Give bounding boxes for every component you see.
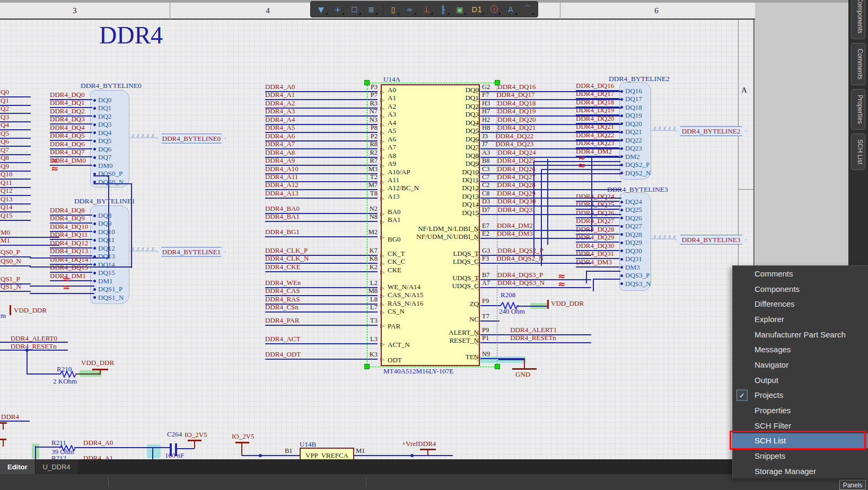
text-icon[interactable]: A — [506, 4, 516, 15]
selection-icon[interactable]: ☐ — [349, 4, 360, 15]
harness-connector[interactable]: DDR4_BYTELINE3 — [676, 235, 747, 245]
menu-item[interactable]: ✓ Components — [733, 281, 868, 297]
wire[interactable] — [518, 306, 547, 307]
net-label[interactable]: DDR4_RESETn — [11, 342, 57, 351]
power-port-stem[interactable] — [3, 440, 4, 447]
component-value[interactable]: 240 Ohm — [499, 307, 525, 316]
panel-tab[interactable]: Components — [851, 0, 865, 39]
gnd-stem[interactable] — [524, 359, 525, 368]
net-label[interactable]: Q15 — [0, 213, 31, 221]
sheet-symbol-icon[interactable]: ▣ — [455, 4, 465, 15]
wire[interactable] — [27, 350, 28, 375]
no-erc-icon[interactable]: ⓘ — [489, 4, 499, 15]
wire[interactable] — [74, 447, 171, 448]
crosshair-icon[interactable]: + — [333, 4, 343, 15]
align-icon[interactable]: ≣ — [366, 4, 376, 15]
BA1[interactable]: DDR4_BA1N8▷ — [265, 214, 378, 222]
panel-tab[interactable]: SCH List — [851, 133, 865, 170]
menu-item[interactable]: ✓ Differences — [733, 296, 868, 311]
filter-icon[interactable]: ▼ — [316, 4, 326, 15]
harness-title[interactable]: DDR4_BYTELINE1 — [74, 197, 135, 206]
selection-handle[interactable] — [364, 364, 370, 369]
menu-item[interactable]: ✓ Storage Manager — [733, 464, 868, 479]
component-designator[interactable]: U14B — [300, 440, 316, 449]
power-port-label[interactable]: IO_2V5 — [185, 431, 207, 439]
harness-title[interactable]: DDR4_BYTELINE0 — [81, 82, 142, 90]
harness-connector[interactable]: DDR4_BYTELINE1 — [157, 247, 226, 257]
harness-bus[interactable] — [651, 127, 676, 131]
arc-icon[interactable]: ⌒ — [522, 4, 532, 15]
power-port-label[interactable]: VDD_DDR — [81, 359, 114, 367]
harness-bus[interactable] — [651, 235, 676, 239]
DQ15[interactable]: ◁D7DDR4_DQ31 — [480, 207, 621, 215]
harness-row[interactable]: DQS1_N — [50, 290, 124, 298]
document-tab[interactable]: Editor — [0, 459, 36, 474]
power-port-label[interactable]: VDD_DDR — [551, 299, 584, 308]
menu-item[interactable]: ✓ Messages — [733, 342, 868, 357]
wire[interactable] — [131, 184, 132, 268]
harness-row[interactable]: DQS0_N — [50, 174, 124, 182]
harness-row[interactable]: DQS1_P — [50, 281, 122, 289]
pin-row[interactable]: DDR4_BG1M2▷ — [265, 229, 378, 237]
component-value[interactable]: 2 KOhm — [53, 377, 77, 386]
CKE[interactable]: DDR4_CKEK2▷ — [265, 264, 378, 272]
selection-handle[interactable] — [495, 80, 500, 85]
net-label[interactable]: QS0_P — [0, 250, 31, 257]
power-port-stem[interactable] — [3, 423, 4, 430]
menu-item[interactable]: ✓ Properties — [733, 403, 868, 418]
component-designator[interactable]: R208 — [501, 291, 515, 299]
panel-tab[interactable]: Properties — [851, 89, 865, 130]
net-label[interactable]: DDR4_ALERT0 — [11, 334, 57, 343]
menu-item[interactable]: ✓ Manufacturer Part Search — [733, 327, 868, 342]
wire[interactable] — [35, 446, 36, 459]
wire[interactable] — [242, 455, 300, 456]
wire[interactable] — [27, 373, 60, 375]
harness-row[interactable]: DDR4_DM0DM0 — [50, 158, 112, 166]
document-tab[interactable]: U_DDR4 — [36, 459, 78, 474]
designator-icon[interactable]: D1 — [471, 4, 482, 15]
panels-button[interactable]: Panels — [839, 480, 866, 490]
pin-row[interactable]: DDR4_ODTK3▷ — [265, 352, 378, 360]
power-port-icon[interactable]: ⊥ — [422, 4, 432, 15]
menu-item[interactable]: ✓ Output — [733, 372, 868, 388]
wire[interactable] — [152, 448, 153, 459]
power-port-stem[interactable] — [100, 370, 101, 375]
component-part-number[interactable]: MT40A512M16LY-107E — [383, 367, 453, 376]
power-port-bar[interactable] — [547, 300, 549, 309]
power-port-stem[interactable] — [194, 441, 195, 449]
harness-connector[interactable]: DDR4_BYTELINE2 — [676, 126, 747, 136]
net-label[interactable]: QS1_N — [0, 284, 31, 292]
menu-item[interactable]: ✓ Navigator — [733, 357, 868, 372]
component-value[interactable]: 100 nF — [165, 451, 184, 460]
page-title[interactable]: DDR4 — [99, 21, 163, 49]
A13[interactable]: DDR4_A13T8▷ — [265, 191, 378, 199]
menu-item[interactable]: ✓ Projects — [733, 388, 868, 403]
power-port-label[interactable]: IO_2V5 — [232, 432, 255, 441]
power-port-bar[interactable] — [235, 442, 249, 443]
wire[interactable] — [75, 373, 100, 375]
selection-handle[interactable] — [495, 364, 500, 369]
harness-bus[interactable] — [129, 247, 157, 252]
harness-row[interactable]: DQS0_P — [50, 166, 122, 174]
gnd-bar[interactable] — [512, 368, 537, 370]
pin-row[interactable]: DDR4_PART3▷ — [265, 318, 378, 326]
harness-icon[interactable]: ╟ — [438, 4, 448, 15]
net-label[interactable]: QS0_N — [0, 259, 31, 266]
menu-item[interactable]: ✓ Snippets — [733, 448, 868, 464]
component-designator[interactable]: C264 — [167, 430, 182, 439]
harness-connector[interactable]: DDR4_BYTELINE0 — [157, 133, 226, 144]
pin-row[interactable]: DDR4_ACTL3▷ — [265, 336, 378, 344]
net-label[interactable]: DDR4_A0 — [83, 439, 113, 447]
wire[interactable] — [498, 359, 525, 360]
component-icon[interactable]: ▯ — [383, 4, 398, 15]
net-label[interactable]: DDR4 — [1, 413, 19, 421]
wire[interactable] — [354, 455, 453, 456]
harness-row[interactable]: DDR4_DM1DM1 — [50, 273, 112, 281]
menu-item[interactable]: ✓ Comments — [733, 266, 868, 281]
power-port-label[interactable]: VDD_DDR — [14, 306, 47, 315]
harness-bus[interactable] — [129, 134, 157, 138]
wire-icon[interactable]: ≈ — [405, 4, 415, 15]
power-port-stem[interactable] — [241, 443, 242, 456]
power-port-label[interactable]: +VrefDDR4 — [402, 440, 436, 448]
menu-item[interactable]: ✓ Explorer — [733, 311, 868, 327]
